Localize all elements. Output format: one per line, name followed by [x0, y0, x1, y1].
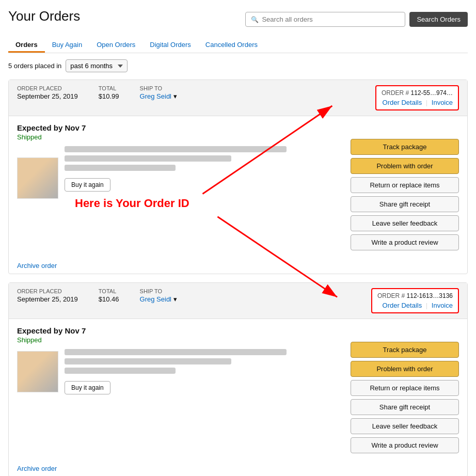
expected-date-2: Expected by Nov 7	[17, 326, 342, 335]
archive-link-section-1: Archive order	[9, 258, 467, 274]
order-links-2: Order Details | Invoice	[377, 302, 453, 309]
orders-count: 5 orders placed in	[8, 62, 61, 70]
product-desc-1: Buy it again Here is Your Order ID	[65, 146, 342, 210]
order-number-value-1: 112-55…974…	[411, 89, 453, 97]
shipped-status-2: Shipped	[17, 336, 342, 344]
page-wrapper: Your Orders 🔍 Search Orders Orders Buy A…	[8, 8, 468, 476]
order-placed-label-2: ORDER PLACED	[17, 288, 78, 294]
ship-to-col-1: SHIP TO Greg Seidl ▾	[140, 85, 177, 100]
total-value-2: $10.46	[99, 295, 119, 303]
track-package-button-2[interactable]: Track package	[351, 342, 459, 358]
ship-to-link-1[interactable]: Greg Seidl	[140, 92, 171, 100]
archive-order-link-2[interactable]: Archive order	[17, 465, 57, 472]
product-row-2: Buy it again	[17, 349, 342, 394]
page-title: Your Orders	[8, 8, 80, 24]
product-detail-blurred-2	[65, 368, 176, 374]
return-replace-button-1[interactable]: Return or replace items	[351, 177, 459, 193]
order-body-left-2: Expected by Nov 7 Shipped Buy it again	[17, 326, 342, 453]
tab-orders[interactable]: Orders	[8, 37, 45, 53]
invoice-link-1[interactable]: Invoice	[432, 99, 453, 106]
order-placed-label-1: ORDER PLACED	[17, 85, 78, 91]
order-body-1: Expected by Nov 7 Shipped Buy it again H…	[9, 116, 467, 258]
order-number-value-2: 112-1613…3136	[407, 292, 453, 299]
problem-with-order-button-1[interactable]: Problem with order	[351, 158, 459, 174]
write-product-review-button-2[interactable]: Write a product review	[351, 437, 459, 453]
ship-to-value-1: Greg Seidl ▾	[140, 92, 177, 100]
tab-open-orders[interactable]: Open Orders	[89, 37, 142, 53]
divider-1: |	[426, 99, 427, 106]
expected-date-1: Expected by Nov 7	[17, 123, 342, 132]
shipped-status-1: Shipped	[17, 133, 342, 141]
problem-with-order-button-2[interactable]: Problem with order	[351, 361, 459, 377]
order-actions-1: Track package Problem with order Return …	[351, 123, 459, 250]
track-package-button-1[interactable]: Track package	[351, 139, 459, 155]
invoice-link-2[interactable]: Invoice	[432, 302, 453, 309]
period-filter-dropdown[interactable]: past 6 months past 3 months past year 20…	[66, 59, 128, 72]
product-subtitle-blurred-2	[65, 358, 231, 364]
product-desc-2: Buy it again	[65, 349, 342, 394]
total-label-2: TOTAL	[99, 288, 119, 294]
search-box: 🔍	[245, 12, 405, 27]
share-gift-receipt-button-2[interactable]: Share gift receipt	[351, 399, 459, 415]
filter-row: 5 orders placed in past 6 months past 3 …	[8, 59, 468, 72]
buy-again-button-2[interactable]: Buy it again	[65, 381, 110, 394]
order-number-label-2: ORDER #	[377, 292, 405, 299]
order-date-2: September 25, 2019	[17, 295, 78, 303]
product-subtitle-blurred-1	[65, 155, 231, 162]
order-header-2: ORDER PLACED September 25, 2019 TOTAL $1…	[9, 283, 467, 319]
tab-buy-again[interactable]: Buy Again	[45, 37, 90, 53]
ship-to-col-2: SHIP TO Greg Seidl ▾	[140, 288, 177, 303]
product-title-blurred-2	[65, 349, 287, 355]
order-number-2: ORDER # 112-1613…3136	[377, 292, 453, 299]
write-product-review-button-1[interactable]: Write a product review	[351, 234, 459, 250]
page-header: Your Orders 🔍 Search Orders	[8, 8, 468, 30]
buy-again-button-1[interactable]: Buy it again	[65, 178, 110, 192]
archive-link-section-2: Archive order	[9, 461, 467, 476]
total-label-1: TOTAL	[99, 85, 119, 91]
ship-to-value-2: Greg Seidl ▾	[140, 295, 177, 303]
order-body-2: Expected by Nov 7 Shipped Buy it again T…	[9, 319, 467, 461]
order-details-link-1[interactable]: Order Details	[383, 99, 422, 106]
total-value-1: $10.99	[99, 92, 119, 100]
annotation-text: Here is Your Order ID	[75, 197, 342, 210]
order-placed-col-1: ORDER PLACED September 25, 2019	[17, 85, 78, 100]
order-header-1: ORDER PLACED September 25, 2019 TOTAL $1…	[9, 80, 467, 116]
product-detail-blurred-1	[65, 165, 176, 171]
search-orders-button[interactable]: Search Orders	[409, 12, 468, 27]
order-number-section-2: ORDER # 112-1613…3136 Order Details | In…	[371, 288, 459, 313]
order-placed-col-2: ORDER PLACED September 25, 2019	[17, 288, 78, 303]
order-details-link-2[interactable]: Order Details	[383, 302, 422, 309]
search-icon: 🔍	[251, 16, 259, 23]
divider-2: |	[426, 302, 427, 309]
search-input[interactable]	[262, 15, 400, 23]
archive-order-link-1[interactable]: Archive order	[17, 262, 57, 269]
share-gift-receipt-button-1[interactable]: Share gift receipt	[351, 196, 459, 212]
product-title-blurred-1	[65, 146, 287, 152]
return-replace-button-2[interactable]: Return or replace items	[351, 380, 459, 396]
product-image-2	[17, 351, 58, 392]
tab-cancelled-orders[interactable]: Cancelled Orders	[198, 37, 265, 53]
product-row-1: Buy it again Here is Your Order ID	[17, 146, 342, 210]
total-col-1: TOTAL $10.99	[99, 85, 119, 100]
order-card-1: ORDER PLACED September 25, 2019 TOTAL $1…	[8, 80, 468, 274]
search-area: 🔍 Search Orders	[245, 12, 468, 27]
order-number-section-1: ORDER # 112-55…974… Order Details | Invo…	[375, 85, 459, 110]
tab-digital-orders[interactable]: Digital Orders	[142, 37, 198, 53]
order-card-2: ORDER PLACED September 25, 2019 TOTAL $1…	[8, 282, 468, 476]
order-number-label-1: ORDER #	[382, 89, 409, 97]
ship-to-label-2: SHIP TO	[140, 288, 177, 294]
order-links-1: Order Details | Invoice	[382, 99, 453, 106]
tabs-nav: Orders Buy Again Open Orders Digital Ord…	[8, 37, 468, 53]
leave-seller-feedback-button-2[interactable]: Leave seller feedback	[351, 418, 459, 434]
order-date-1: September 25, 2019	[17, 92, 78, 100]
order-actions-2: Track package Problem with order Return …	[351, 326, 459, 453]
leave-seller-feedback-button-1[interactable]: Leave seller feedback	[351, 215, 459, 231]
total-col-2: TOTAL $10.46	[99, 288, 119, 303]
ship-to-link-2[interactable]: Greg Seidl	[140, 295, 171, 303]
order-number-1: ORDER # 112-55…974…	[382, 89, 453, 97]
product-image-1	[17, 157, 58, 199]
ship-to-label-1: SHIP TO	[140, 85, 177, 91]
order-body-left-1: Expected by Nov 7 Shipped Buy it again H…	[17, 123, 342, 250]
